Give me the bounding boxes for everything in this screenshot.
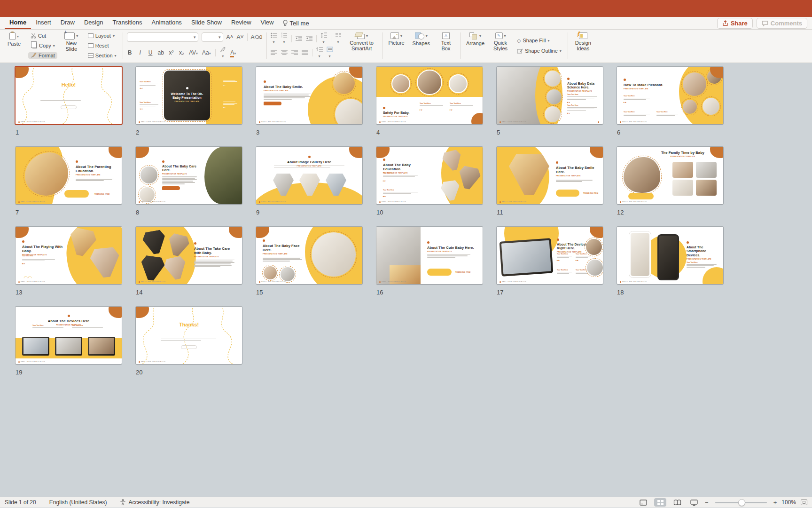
shrink-font-button[interactable]: A˅ xyxy=(237,34,244,40)
slide-sorter-view-button[interactable] xyxy=(654,498,666,507)
shape-outline-button[interactable]: Shape Outline▾ xyxy=(515,48,564,54)
menu-tabs: HomeInsertDrawDesignTransitionsAnimation… xyxy=(5,17,279,29)
increase-indent-button[interactable] xyxy=(306,36,312,41)
zoom-slider[interactable] xyxy=(715,502,767,503)
text-highlight-button[interactable]: ▾ xyxy=(220,47,226,59)
slide-thumbnail-8[interactable]: About The Baby Care Here.PRESENTATION TE… xyxy=(136,147,242,204)
design-ideas-button[interactable]: Design Ideas xyxy=(572,32,594,60)
accessibility-checker[interactable]: Accessibility: Investigate xyxy=(120,499,189,506)
align-left-icon xyxy=(271,50,277,56)
quick-styles-button[interactable]: ✎▾ Quick Styles xyxy=(490,32,511,60)
comments-button[interactable]: Comments xyxy=(757,18,807,29)
tab-animations[interactable]: Animations xyxy=(147,17,187,29)
numbering-button[interactable]: ▾ xyxy=(281,32,288,45)
tab-home[interactable]: Home xyxy=(5,17,31,29)
bold-button[interactable]: B xyxy=(127,49,133,56)
font-name-combo[interactable]: ▾ xyxy=(127,32,198,42)
align-left-button[interactable] xyxy=(271,50,277,56)
paste-button[interactable]: ▾ Paste xyxy=(4,32,24,60)
line-spacing-button[interactable]: ▾ xyxy=(320,32,327,45)
align-right-icon xyxy=(291,50,298,56)
shape-fill-button[interactable]: ◇ Shape Fill▾ xyxy=(515,37,564,44)
zoom-slider-thumb[interactable] xyxy=(738,499,745,506)
slide-thumbnail-9[interactable]: About Image Gallery HerePRESENTATION TEM… xyxy=(256,147,362,204)
convert-smartart-button[interactable]: ▾ Convert to SmartArt xyxy=(345,32,378,60)
tab-slide-show[interactable]: Slide Show xyxy=(187,17,226,29)
zoom-out-button[interactable]: − xyxy=(705,499,709,506)
cut-button[interactable]: Cut xyxy=(28,32,57,39)
underline-button[interactable]: U xyxy=(148,49,154,56)
reset-button[interactable]: Reset xyxy=(86,42,119,49)
justify-button[interactable] xyxy=(302,50,308,56)
italic-button[interactable]: I xyxy=(137,49,143,56)
strikethrough-button[interactable]: ab xyxy=(158,49,164,56)
tab-review[interactable]: Review xyxy=(226,17,256,29)
tab-draw[interactable]: Draw xyxy=(56,17,79,29)
arrange-button[interactable]: ▾ Arrange xyxy=(464,32,486,60)
layout-button[interactable]: Layout▾ xyxy=(86,32,119,39)
slide-thumbnail-1[interactable]: Hello! BABY CARE PRESENTATION xyxy=(16,67,122,124)
slide-thumbnail-4[interactable]: Safety For Baby.PRESENTATION TEMPLATE Yo… xyxy=(376,67,483,124)
slide-number-label: 14 xyxy=(136,289,242,296)
language-indicator[interactable]: English (United States) xyxy=(49,499,107,506)
copy-button[interactable]: Copy▾ xyxy=(28,42,57,49)
slide-thumbnail-3[interactable]: About The Baby Smile.PRESENTATION TEMPLA… xyxy=(256,67,362,124)
slide-thumbnail-13[interactable]: About The Playing With Baby.PRESENTATION… xyxy=(16,227,122,284)
slide-thumbnail-16[interactable]: About The Cute Baby Here.PRESENTATION TE… xyxy=(376,227,483,284)
character-spacing-button[interactable]: AV▾ xyxy=(189,49,198,56)
text-box-button[interactable]: A Text Box xyxy=(436,32,456,60)
comment-icon xyxy=(762,20,768,26)
change-case-button[interactable]: Aa▾ xyxy=(202,49,211,56)
slide-thumbnail-11[interactable]: About The Baby Smile Here.PRESENTATION T… xyxy=(497,147,603,204)
tab-view[interactable]: View xyxy=(256,17,279,29)
grow-font-button[interactable]: A˄ xyxy=(226,34,234,40)
slide-thumbnail-6[interactable]: How To Make Pleasant.PRESENTATION TEMPLA… xyxy=(617,67,723,124)
tell-me-button[interactable]: Tell me xyxy=(279,20,313,27)
shape-outline-icon xyxy=(517,48,523,54)
line-spacing-icon xyxy=(320,32,327,38)
slide-thumbnail-18[interactable]: About The Smartphone Devices.PRESENTATIO… xyxy=(617,227,723,284)
bullets-button[interactable]: ▾ xyxy=(271,32,277,45)
reading-view-button[interactable] xyxy=(671,498,683,507)
slide-counter: Slide 1 of 20 xyxy=(5,499,36,506)
section-button[interactable]: Section▾ xyxy=(86,52,119,59)
format-painter-button[interactable]: Format xyxy=(28,52,57,59)
align-text-button[interactable]: ▾ xyxy=(327,47,333,59)
decrease-indent-button[interactable] xyxy=(296,36,302,41)
tab-transitions[interactable]: Transitions xyxy=(108,17,147,29)
slide-thumbnail-7[interactable]: About The Parenting Education.PRESENTATI… xyxy=(16,147,122,204)
slide-thumbnail-20[interactable]: Thanks! BABY CARE PRESENTATION xyxy=(136,307,242,364)
columns-button[interactable]: ▾ xyxy=(335,32,342,45)
align-right-button[interactable] xyxy=(291,50,298,56)
superscript-button[interactable]: x² xyxy=(168,49,174,56)
slide-thumbnail-12[interactable]: The Family Time by BabyPRESENTATION TEMP… xyxy=(617,147,723,204)
new-slide-button[interactable]: ▾ New Slide xyxy=(61,32,82,60)
slide-thumbnail-19[interactable]: About The Devices HerePRESENTATION TEMPL… xyxy=(16,307,122,364)
normal-view-button[interactable] xyxy=(637,498,649,507)
slide-thumbnail-2[interactable]: Welcome To The Oh-Baby Presentation PRES… xyxy=(136,67,242,124)
columns-icon xyxy=(335,32,342,38)
slide-cell-12: The Family Time by BabyPRESENTATION TEMP… xyxy=(617,147,723,227)
zoom-in-button[interactable]: + xyxy=(773,499,777,506)
slide-thumbnail-5[interactable]: About Baby Data Science Here.PRESENTATIO… xyxy=(497,67,603,124)
slide-thumbnail-14[interactable]: About The Take Care with Baby.PRESENTATI… xyxy=(136,227,242,284)
align-center-button[interactable] xyxy=(281,50,288,56)
slide-thumbnail-15[interactable]: About The Baby Face Here.PRESENTATION TE… xyxy=(256,227,362,284)
fit-slide-to-window-button[interactable] xyxy=(801,500,807,505)
shapes-button[interactable]: ▾ Shapes xyxy=(411,32,432,60)
zoom-level[interactable]: 100% xyxy=(781,499,796,506)
tab-design[interactable]: Design xyxy=(79,17,108,29)
text-direction-button[interactable]: ▾ xyxy=(316,47,323,59)
slide-thumbnail-10[interactable]: About The Baby Education.PRESENTATION TE… xyxy=(376,147,483,204)
slide-sorter-icon xyxy=(657,500,664,506)
slide-number-label: 7 xyxy=(16,209,122,216)
picture-button[interactable]: ▾ Picture xyxy=(386,32,407,60)
tab-insert[interactable]: Insert xyxy=(31,17,56,29)
share-button[interactable]: Share xyxy=(717,18,753,29)
slide-thumbnail-17[interactable]: About The Devices Right Here.PRESENTATIO… xyxy=(497,227,603,284)
slide-show-button[interactable] xyxy=(688,498,700,507)
font-color-button[interactable]: A▾ xyxy=(230,49,236,56)
clear-formatting-button[interactable]: A⌫ xyxy=(251,34,263,40)
font-size-combo[interactable]: ▾ xyxy=(202,32,223,42)
subscript-button[interactable]: x₂ xyxy=(179,49,185,56)
